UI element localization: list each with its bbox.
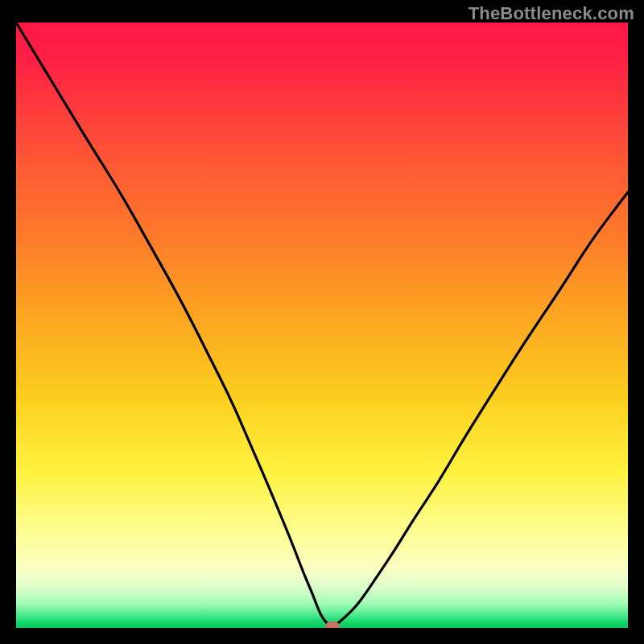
min-point-marker bbox=[325, 621, 340, 628]
chart-frame: TheBottleneck.com bbox=[0, 0, 644, 644]
bottleneck-curve bbox=[16, 23, 628, 628]
watermark-text: TheBottleneck.com bbox=[469, 3, 634, 24]
plot-area bbox=[16, 23, 628, 628]
